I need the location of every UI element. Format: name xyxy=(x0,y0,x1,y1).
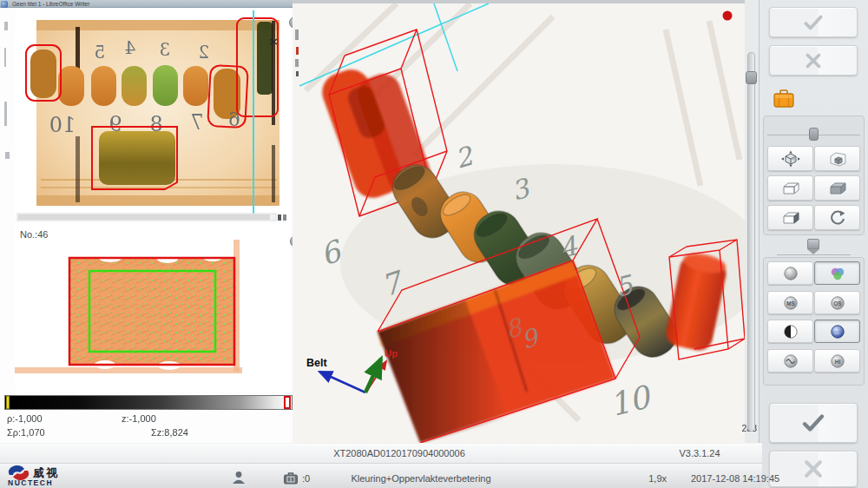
background-window-titlebar[interactable]: Geen titel 1 - LibreOffice Writer xyxy=(0,0,293,8)
bag-count-label: :0 xyxy=(302,473,310,484)
confirm-button-top[interactable] xyxy=(769,7,858,37)
svg-text:3: 3 xyxy=(160,39,171,60)
blue-sphere-icon xyxy=(830,324,845,340)
wave-icon xyxy=(783,353,799,369)
panel-divider-line xyxy=(777,254,851,255)
svg-text:8: 8 xyxy=(149,112,162,136)
nuctech-logo-text: NUCTECH xyxy=(8,478,53,487)
svg-text:OS: OS xyxy=(833,300,841,306)
box-wireframe-button[interactable] xyxy=(767,175,813,201)
box-shaded-button[interactable] xyxy=(767,205,813,230)
svg-text:2: 2 xyxy=(199,42,210,63)
xray-view-scrollbar[interactable] xyxy=(17,214,286,221)
belt-axis-label: Belt xyxy=(306,357,327,369)
check-icon xyxy=(802,13,825,32)
grayscale-mode-button[interactable] xyxy=(767,261,813,285)
invert-mode-button[interactable] xyxy=(767,320,813,343)
libreoffice-icon xyxy=(1,1,8,8)
accept-button[interactable] xyxy=(769,403,858,443)
sum-rho-value: Σρ:1,070 xyxy=(7,427,45,438)
xray-side-view[interactable]: 5 4 3 2 10 9 8 7 6 xyxy=(15,8,291,221)
x-icon xyxy=(804,52,823,69)
color-spheres-icon xyxy=(829,266,846,281)
color-mode-button[interactable] xyxy=(814,261,860,285)
processing-mode-label: Kleuring+Oppervlakteverbetering xyxy=(330,473,512,484)
slice-top-view[interactable]: No.:46 xyxy=(15,224,291,391)
reject-button-top[interactable] xyxy=(769,45,858,76)
rotate-3d-icon xyxy=(780,150,801,168)
version-label: V3.3.1.24 xyxy=(656,448,743,458)
panel-vertical-slider-handle[interactable] xyxy=(746,71,757,84)
zoom-level-label: 1,9x xyxy=(632,473,667,484)
slice-number-label: No.:46 xyxy=(20,229,48,240)
os-icon: OS xyxy=(830,295,845,311)
scan-id-label: XT2080AD0120170904000006 xyxy=(260,448,538,458)
bag-counter-icon xyxy=(283,472,299,485)
hi-mode-button[interactable]: HI xyxy=(814,349,860,373)
datetime-label: 2017-12-08 14:19:45 xyxy=(691,473,786,484)
gray-sphere-icon xyxy=(783,266,799,281)
baggage-icon xyxy=(773,89,795,109)
panel-section-handle[interactable] xyxy=(807,239,819,249)
opacity-slider-handle[interactable] xyxy=(809,128,819,141)
cube-in-frame-icon xyxy=(827,150,848,168)
background-window-sliver xyxy=(4,22,8,30)
x-icon xyxy=(802,458,825,479)
box-solid-icon xyxy=(827,180,848,197)
box-solid-button[interactable] xyxy=(814,175,860,201)
wave-filter-button[interactable] xyxy=(767,349,813,373)
box-shaded-icon xyxy=(780,209,801,227)
gradient-high-marker[interactable] xyxy=(284,396,291,409)
rotate-3d-button[interactable] xyxy=(767,146,813,171)
background-window-sliver xyxy=(5,152,10,159)
svg-text:MS: MS xyxy=(786,300,794,306)
svg-text:HI: HI xyxy=(834,358,840,364)
rho-value: ρ:-1,000 xyxy=(7,413,43,424)
reset-rotation-button[interactable] xyxy=(814,205,860,230)
view-in-box-button[interactable] xyxy=(814,146,860,171)
gradient-low-marker[interactable] xyxy=(6,396,10,409)
volume-3d-view[interactable]: 2 3 4 5 6 7 8 9 10 Belt Up xyxy=(293,3,745,443)
background-window-sliver xyxy=(4,102,7,126)
ms-icon: MS xyxy=(783,295,799,311)
reset-rotation-icon xyxy=(828,209,847,227)
svg-text:7: 7 xyxy=(190,110,203,135)
xray-inspection-app: Geen titel 1 - LibreOffice Writer xyxy=(0,0,868,488)
sum-z-value: Σz:8,824 xyxy=(151,427,188,438)
svg-text:5: 5 xyxy=(95,42,106,63)
panel-vertical-slider[interactable] xyxy=(747,52,755,432)
up-axis-label: Up xyxy=(385,348,398,359)
operator-icon xyxy=(232,471,246,485)
svg-text:9: 9 xyxy=(108,112,122,136)
alarm-indicator-dot xyxy=(723,11,733,21)
svg-text:4: 4 xyxy=(125,37,136,58)
background-window-sliver xyxy=(4,48,6,67)
invert-icon xyxy=(783,324,799,340)
ms-mode-button[interactable]: MS xyxy=(767,291,813,314)
slice-density-map xyxy=(69,254,234,370)
z-value: z:-1,000 xyxy=(122,413,156,424)
os-mode-button[interactable]: OS xyxy=(814,291,860,314)
surface-mode-button[interactable] xyxy=(814,320,860,343)
hi-icon: HI xyxy=(830,353,845,369)
svg-text:10: 10 xyxy=(49,113,76,137)
density-gradient-bar[interactable] xyxy=(4,395,293,410)
box-outline-icon xyxy=(780,180,801,197)
check-icon xyxy=(800,412,826,434)
